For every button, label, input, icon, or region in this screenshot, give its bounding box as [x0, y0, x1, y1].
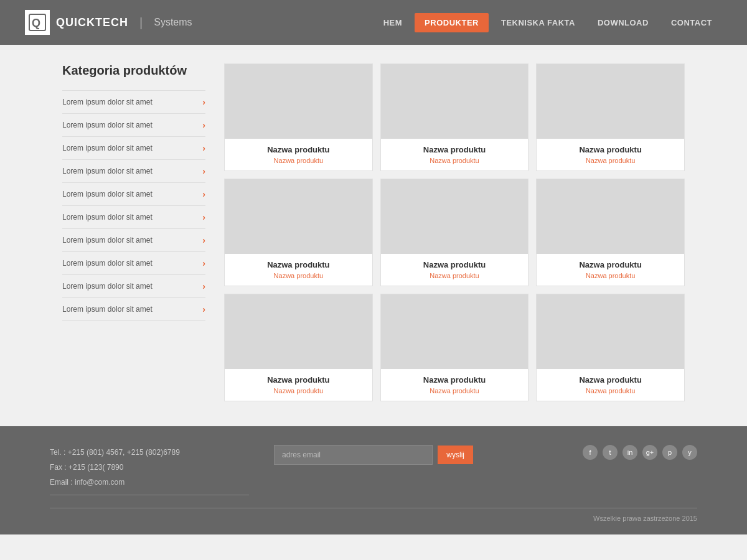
twitter-icon[interactable]: t — [603, 445, 618, 460]
chevron-right-icon: › — [202, 189, 205, 199]
product-image — [381, 64, 529, 139]
sidebar-item[interactable]: Lorem ipsum dolor sit amet › — [62, 229, 205, 252]
footer-copyright: Wszelkie prawa zastrzeżone 2015 — [50, 515, 697, 522]
product-card[interactable]: Nazwa produktu Nazwa produktu — [380, 179, 529, 286]
linkedin-icon[interactable]: in — [622, 445, 637, 460]
logo-area: Q QUICKTECH | Systems — [25, 10, 374, 35]
footer-tel: Tel. : +215 (801) 4567, +215 (802)6789 — [50, 445, 249, 460]
product-image — [225, 179, 372, 254]
footer-contact: Tel. : +215 (801) 4567, +215 (802)6789 F… — [50, 445, 249, 495]
product-subname: Nazwa produktu — [231, 387, 366, 394]
product-name: Nazwa produktu — [387, 260, 522, 269]
youtube-icon[interactable]: y — [682, 445, 697, 460]
footer: Tel. : +215 (801) 4567, +215 (802)6789 F… — [0, 426, 747, 534]
product-subname: Nazwa produktu — [543, 272, 678, 279]
chevron-right-icon: › — [202, 281, 205, 291]
nav-item-tekniska[interactable]: TEKNISKA FAKTA — [491, 13, 585, 32]
product-card[interactable]: Nazwa produktu Nazwa produktu — [224, 294, 373, 401]
chevron-right-icon: › — [202, 304, 205, 314]
product-name: Nazwa produktu — [387, 145, 522, 154]
footer-email: Email : info@com.com — [50, 475, 249, 490]
product-subname: Nazwa produktu — [231, 272, 366, 279]
product-info: Nazwa produktu Nazwa produktu — [537, 139, 684, 170]
product-subname: Nazwa produktu — [231, 157, 366, 164]
facebook-icon[interactable]: f — [583, 445, 598, 460]
product-card[interactable]: Nazwa produktu Nazwa produktu — [224, 63, 373, 171]
product-info: Nazwa produktu Nazwa produktu — [381, 369, 529, 401]
sidebar-item-label: Lorem ipsum dolor sit amet — [62, 167, 153, 175]
sidebar-item[interactable]: Lorem ipsum dolor sit amet › — [62, 114, 205, 137]
sidebar-item[interactable]: Lorem ipsum dolor sit amet › — [62, 183, 205, 206]
footer-social: f t in g+ p y — [498, 445, 697, 460]
product-image — [225, 64, 372, 139]
sidebar-item-label: Lorem ipsum dolor sit amet — [62, 259, 153, 268]
email-input[interactable] — [274, 445, 433, 465]
product-image — [225, 294, 372, 369]
product-card[interactable]: Nazwa produktu Nazwa produktu — [380, 63, 529, 171]
product-image — [537, 179, 684, 254]
sidebar-item-label: Lorem ipsum dolor sit amet — [62, 144, 153, 152]
copyright-text: Wszelkie prawa zastrzeżone 2015 — [593, 515, 697, 522]
sidebar-item-label: Lorem ipsum dolor sit amet — [62, 98, 153, 106]
product-name: Nazwa produktu — [543, 145, 678, 154]
svg-text:Q: Q — [32, 17, 40, 29]
chevron-right-icon: › — [202, 97, 205, 107]
product-image — [537, 64, 684, 139]
product-info: Nazwa produktu Nazwa produktu — [225, 139, 372, 170]
pinterest-icon[interactable]: p — [662, 445, 677, 460]
product-name: Nazwa produktu — [543, 260, 678, 269]
product-subname: Nazwa produktu — [387, 387, 522, 394]
product-subname: Nazwa produktu — [543, 157, 678, 164]
logo-sub: Systems — [154, 17, 192, 28]
logo-brand: QUICKTECH — [56, 16, 128, 29]
product-card[interactable]: Nazwa produktu Nazwa produktu — [536, 63, 685, 171]
googleplus-icon[interactable]: g+ — [642, 445, 657, 460]
product-grid: Nazwa produktu Nazwa produktu Nazwa prod… — [224, 63, 685, 401]
product-info: Nazwa produktu Nazwa produktu — [225, 254, 372, 286]
product-info: Nazwa produktu Nazwa produktu — [537, 254, 684, 286]
chevron-right-icon: › — [202, 120, 205, 130]
product-name: Nazwa produktu — [231, 375, 366, 385]
sidebar-item-label: Lorem ipsum dolor sit amet — [62, 236, 153, 245]
sidebar-item[interactable]: Lorem ipsum dolor sit amet › — [62, 90, 205, 114]
logo-icon: Q — [25, 10, 50, 35]
sidebar-item[interactable]: Lorem ipsum dolor sit amet › — [62, 206, 205, 229]
product-info: Nazwa produktu Nazwa produktu — [381, 139, 529, 170]
footer-divider — [50, 508, 697, 508]
product-name: Nazwa produktu — [387, 375, 522, 385]
chevron-right-icon: › — [202, 166, 205, 176]
product-subname: Nazwa produktu — [387, 157, 522, 164]
sidebar-item-label: Lorem ipsum dolor sit amet — [62, 282, 153, 291]
sidebar-item[interactable]: Lorem ipsum dolor sit amet › — [62, 252, 205, 275]
product-subname: Nazwa produktu — [543, 387, 678, 394]
sidebar-item[interactable]: Lorem ipsum dolor sit amet › — [62, 137, 205, 160]
sidebar-item[interactable]: Lorem ipsum dolor sit amet › — [62, 160, 205, 183]
nav-item-hem[interactable]: HEM — [374, 13, 412, 32]
nav-item-contact[interactable]: CONTACT — [661, 13, 722, 32]
footer-contact-divider — [50, 495, 249, 495]
main-nav: HEM PRODUKTER TEKNISKA FAKTA DOWNLOAD CO… — [374, 13, 722, 32]
sidebar-item[interactable]: Lorem ipsum dolor sit amet › — [62, 275, 205, 298]
product-image — [381, 179, 529, 254]
main-content: Kategoria produktów Lorem ipsum dolor si… — [50, 45, 697, 426]
sidebar-item[interactable]: Lorem ipsum dolor sit amet › — [62, 298, 205, 321]
nav-item-download[interactable]: DOWNLOAD — [588, 13, 659, 32]
chevron-right-icon: › — [202, 235, 205, 245]
footer-top: Tel. : +215 (801) 4567, +215 (802)6789 F… — [50, 445, 697, 508]
product-card[interactable]: Nazwa produktu Nazwa produktu — [536, 179, 685, 286]
product-card[interactable]: Nazwa produktu Nazwa produktu — [536, 294, 685, 401]
send-button[interactable]: wyslij — [438, 446, 473, 464]
product-info: Nazwa produktu Nazwa produktu — [381, 254, 529, 286]
chevron-right-icon: › — [202, 258, 205, 268]
nav-item-produkter[interactable]: PRODUKTER — [415, 13, 489, 32]
footer-newsletter: wyslij — [274, 445, 473, 465]
logo-divider: | — [139, 16, 143, 30]
footer-fax: Fax : +215 (123( 7890 — [50, 460, 249, 475]
product-image — [381, 294, 529, 369]
product-card[interactable]: Nazwa produktu Nazwa produktu — [224, 179, 373, 286]
sidebar-item-label: Lorem ipsum dolor sit amet — [62, 190, 153, 198]
product-name: Nazwa produktu — [231, 145, 366, 154]
product-card[interactable]: Nazwa produktu Nazwa produktu — [380, 294, 529, 401]
sidebar-item-label: Lorem ipsum dolor sit amet — [62, 121, 153, 129]
product-name: Nazwa produktu — [231, 260, 366, 269]
